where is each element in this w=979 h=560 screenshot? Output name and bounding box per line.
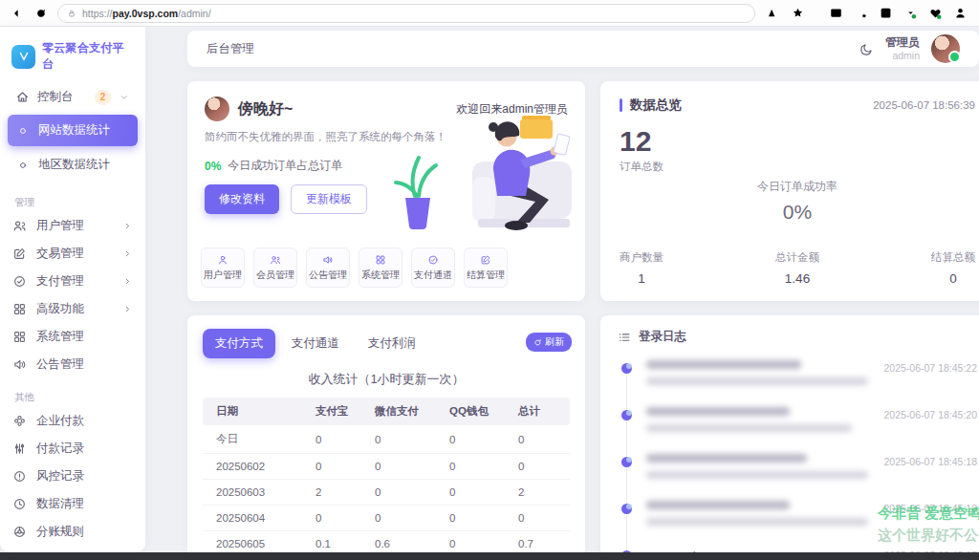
overview-title: 数据总览 — [630, 97, 682, 114]
user-info: 管理员 admin — [885, 36, 920, 61]
sidebar-item[interactable]: 支付管理 — [0, 268, 145, 295]
quick-action-icon — [480, 254, 491, 266]
downloads-icon[interactable] — [903, 6, 918, 20]
orders-total-value: 12 — [620, 125, 975, 158]
payment-tab[interactable]: 支付方式 — [203, 329, 275, 358]
stat-label: 结算总额 — [931, 250, 975, 265]
sidebar-item[interactable]: 交易管理 — [0, 240, 145, 268]
sidebar-item[interactable]: 高级功能 — [0, 295, 145, 323]
today-success-percent: 0% — [205, 160, 221, 173]
greeting-title: 傍晚好~ — [238, 99, 293, 119]
log-timestamp: 2025-06-07 18:45:20 — [884, 407, 978, 420]
sidebar-item[interactable]: 付款记录 — [0, 435, 145, 463]
browser-essentials-icon[interactable] — [928, 6, 943, 20]
sidebar-item-label: 企业付款 — [36, 413, 84, 429]
log-entry: 2025-06-07 18:45:22 — [618, 355, 977, 401]
menu-item-icon — [12, 274, 27, 289]
sidebar-item[interactable]: 系统管理 — [0, 323, 145, 351]
console-badge: 2 — [95, 90, 111, 105]
tab-group-icon[interactable] — [879, 6, 893, 20]
quick-action[interactable]: 公告管理 — [306, 248, 350, 288]
site-info-icon[interactable] — [67, 9, 76, 18]
dot-circle-icon — [17, 160, 29, 171]
refresh-button[interactable]: 刷新 — [526, 333, 572, 352]
payment-tab[interactable]: 支付通道 — [279, 329, 352, 358]
overview-timestamp: 2025-06-07 18:56:39 — [873, 99, 975, 111]
table-row: 20250602 0 0 0 0 — [203, 454, 570, 480]
sidebar-subitem[interactable]: 地区数据统计 — [8, 149, 138, 181]
blurred-line — [646, 407, 790, 416]
table-row: 今日 0 0 0 0 — [203, 425, 570, 454]
user-role: admin — [885, 50, 920, 61]
blurred-line — [646, 501, 790, 509]
sidebar-item-console[interactable]: 控制台 2 — [8, 82, 138, 112]
quick-action-icon — [217, 254, 228, 266]
payment-tabs: 支付方式 支付通道 支付利润 — [203, 329, 570, 358]
timeline-dot — [621, 363, 632, 374]
profile-icon[interactable] — [953, 6, 968, 20]
payment-tab[interactable]: 支付利润 — [356, 329, 428, 358]
log-entry: 2025-06-07 18:45:20 — [618, 401, 977, 448]
sidebar-item-label: 支付管理 — [36, 273, 84, 290]
illustration — [381, 102, 579, 240]
logo[interactable]: 零云聚合支付平台 — [0, 32, 145, 82]
breadcrumb: 后台管理 — [207, 41, 254, 57]
quick-action-label: 公告管理 — [309, 269, 347, 282]
menu-item-icon — [12, 219, 27, 233]
sidebar-item-label: 交易管理 — [36, 246, 84, 262]
sidebar-item[interactable]: 分账规则 — [0, 518, 145, 546]
edit-profile-button[interactable]: 修改资料 — [205, 184, 279, 214]
sidebar-item[interactable]: 用户管理 — [0, 212, 145, 240]
update-template-button[interactable]: 更新模板 — [291, 184, 367, 214]
quick-action-label: 会员管理 — [256, 269, 294, 282]
timeline-dot — [621, 504, 632, 514]
refresh-icon[interactable] — [34, 7, 48, 20]
table-row: 20250605 0.1 0.6 0 0.7 — [203, 531, 570, 553]
quick-action-icon — [270, 254, 281, 266]
sidebar-item[interactable]: 数据清理 — [0, 490, 145, 518]
favorite-star-icon[interactable] — [791, 6, 805, 20]
sidebar: 零云聚合支付平台 控制台 2 网站数据统计 地区数据统计 管理 — [0, 27, 145, 552]
dark-mode-icon[interactable] — [859, 42, 874, 56]
split-screen-icon[interactable] — [829, 6, 843, 20]
col-date: 日期 — [203, 398, 308, 425]
login-log-list: 2025-06-07 18:45:22 — [618, 355, 977, 552]
log-entry: 2025-06-07 18:45:18 — [618, 495, 977, 542]
sidebar-item[interactable]: 风控记录 — [0, 463, 145, 490]
sidebar-item[interactable]: 公告管理 — [0, 351, 145, 378]
success-rate-label: 今日订单成功率 — [600, 179, 979, 195]
font-size-icon[interactable] — [766, 6, 780, 20]
top-header: 后台管理 管理员 admin — [187, 31, 979, 67]
section-title-manage: 管理 — [0, 183, 145, 212]
home-icon — [15, 90, 30, 104]
quick-action-icon — [375, 254, 386, 266]
quick-action[interactable]: 会员管理 — [253, 248, 297, 288]
sidebar-item[interactable]: 企业付款 — [0, 407, 145, 435]
sidebar-subitem[interactable]: 网站数据统计 — [8, 115, 138, 146]
quick-action-label: 用户管理 — [204, 269, 242, 282]
quick-action[interactable]: 结算管理 — [464, 248, 508, 288]
login-log-title: 登录日志 — [639, 329, 686, 345]
avatar[interactable] — [931, 34, 960, 63]
sidebar-item-label: 用户管理 — [36, 218, 84, 234]
blurred-line — [646, 377, 868, 385]
quick-action[interactable]: 支付通道 — [411, 248, 455, 288]
sidebar-item-label: 数据清理 — [36, 496, 84, 512]
log-timestamp: 2025-06-07 18:45:18 — [884, 454, 978, 467]
sidebar-item-label: 公告管理 — [36, 356, 84, 373]
logo-icon — [11, 45, 35, 69]
back-icon[interactable] — [11, 7, 25, 20]
overview-stats: 商户数量 1 总计金额 1.46 结算总额 0 — [620, 250, 975, 286]
log-entry: 2025-06-07 18:45:18 — [618, 448, 977, 495]
col-wechat: 微信支付 — [367, 398, 442, 425]
overview-stat: 结算总额 0 — [931, 250, 975, 286]
collections-icon[interactable] — [854, 6, 868, 20]
quick-action[interactable]: 用户管理 — [201, 248, 245, 288]
quick-action-label: 支付通道 — [414, 269, 452, 282]
login-log-card: 登录日志 — [600, 315, 979, 552]
overview-stat: 总计金额 1.46 — [775, 250, 819, 286]
income-table-title: 收入统计（1小时更新一次） — [203, 371, 570, 388]
address-bar[interactable]: https://pay.0vsp.com/admin/ — [57, 4, 755, 23]
quick-action[interactable]: 系统管理 — [359, 248, 402, 288]
main-area: 后台管理 管理员 admin 傍晚好~ 欢迎回来admin管理员 — [145, 27, 979, 552]
